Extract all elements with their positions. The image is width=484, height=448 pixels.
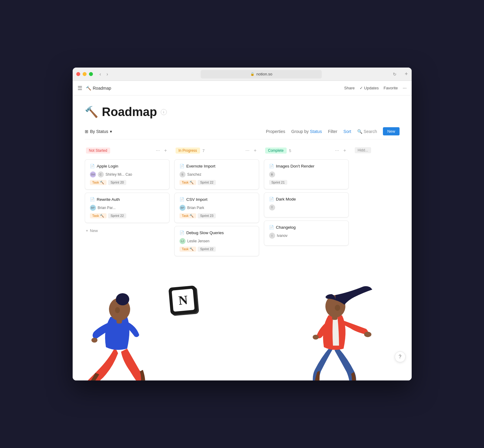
avatar: SM [90, 171, 96, 178]
view-toolbar-right: Properties Group by Status Filter Sort 🔍… [266, 127, 399, 135]
address-bar[interactable]: 🔒 notion.so ↻ [201, 70, 322, 78]
avatar: S [179, 171, 186, 178]
column-not-started: Not Started ··· + 📄 Apple Login [85, 145, 170, 259]
column-hidden: Hidd... [354, 145, 372, 259]
svg-point-4 [115, 307, 120, 313]
card-assignees: SM C Shirley Mi... Cao [90, 171, 164, 178]
doc-icon: 📄 [179, 231, 184, 235]
card-changelog[interactable]: 📄 Changelog I Ivanov [264, 221, 349, 246]
complete-count: 5 [289, 148, 291, 153]
sidebar-toggle-button[interactable]: ☰ [77, 85, 82, 91]
refresh-button[interactable]: ↻ [393, 72, 397, 77]
assignee-name: Shirley Mi... Cao [106, 172, 132, 177]
doc-icon: 📄 [179, 164, 184, 168]
complete-badge: Complete [265, 148, 287, 154]
tag: Task 🔨 [90, 213, 107, 218]
add-new-not-started-button[interactable]: + New [85, 226, 99, 235]
card-title: 📄 Apple Login [90, 164, 164, 168]
tag: Task 🔨 [90, 180, 107, 185]
tag: Task 🔨 [179, 180, 196, 185]
not-started-badge: Not Started [86, 148, 110, 154]
close-button[interactable] [76, 72, 80, 76]
column-header-in-progress: In Progress 7 ··· + [174, 145, 259, 156]
page-title-small-text: Roadmap [93, 86, 111, 91]
minimize-button[interactable] [83, 72, 87, 76]
tag: Sprint 22 [198, 247, 216, 252]
avatar: LJ [179, 238, 186, 244]
forward-button[interactable]: › [105, 71, 110, 78]
card-debug-slow-queries[interactable]: 📄 Debug Slow Queries LJ Leslie Jensen Ta… [174, 226, 259, 256]
card-dark-mode[interactable]: 📄 Dark Mode T [264, 192, 349, 217]
card-assignees: B [269, 171, 344, 178]
lock-icon: 🔒 [250, 72, 255, 76]
updates-label: Updates [364, 86, 379, 90]
view-type-button[interactable]: ⊞ By Status ▾ [85, 129, 112, 134]
assignee-name: Ivanov [277, 234, 288, 238]
more-options-button[interactable]: ··· [403, 85, 407, 91]
hidden-badge: Hidd... [355, 147, 371, 153]
view-label: By Status [90, 129, 108, 134]
card-title: 📄 CSV Import [179, 197, 254, 202]
card-tags: Task 🔨 Sprint 20 [90, 180, 164, 185]
sort-button[interactable]: Sort [344, 129, 351, 134]
toolbar-right: Share ✓ Updates Favorite ··· [344, 85, 407, 91]
avatar: BP [179, 205, 186, 211]
help-button[interactable]: ? [395, 351, 406, 362]
in-progress-actions: ··· + [244, 147, 258, 154]
tag: Sprint 23 [198, 213, 216, 218]
card-images-dont-render[interactable]: 📄 Images Don't Render B Sprint 21 [264, 159, 349, 189]
new-page-button[interactable]: New [383, 127, 399, 135]
card-title: 📄 Debug Slow Queries [179, 231, 254, 235]
back-button[interactable]: ‹ [98, 71, 103, 78]
card-csv-import[interactable]: 📄 CSV Import BP Brian Park Task 🔨 Sprint… [174, 193, 259, 223]
doc-icon: 📄 [269, 164, 274, 168]
page-title-text: Roadmap [102, 105, 157, 119]
in-progress-more-button[interactable]: ··· [244, 147, 251, 154]
card-assignees: BP Brian Park [179, 205, 254, 211]
properties-button[interactable]: Properties [266, 129, 285, 134]
column-header-hidden: Hidd... [354, 145, 372, 155]
card-tags: Task 🔨 Sprint 22 [90, 213, 164, 218]
not-started-more-button[interactable]: ··· [155, 147, 161, 154]
window-body: 🔨 Roadmap i ⊞ By Status ▾ Properties Gro… [73, 95, 412, 380]
column-header-not-started: Not Started ··· + [85, 145, 170, 156]
updates-button[interactable]: ✓ Updates [360, 86, 379, 90]
card-tags: Task 🔨 Sprint 22 [179, 247, 254, 252]
doc-icon: 📄 [90, 197, 95, 202]
card-rewrite-auth[interactable]: 📄 Rewrite Auth BP Brian Par... Task 🔨 Sp… [85, 193, 170, 223]
card-assignees: S Sanchez [179, 171, 254, 178]
avatar: BP [90, 205, 96, 211]
svg-point-13 [313, 335, 319, 340]
new-tab-button[interactable]: + [405, 71, 408, 77]
column-in-progress: In Progress 7 ··· + 📄 Evernote Import [174, 145, 259, 259]
svg-point-9 [364, 332, 371, 337]
info-icon[interactable]: i [161, 109, 167, 115]
card-apple-login[interactable]: 📄 Apple Login SM C Shirley Mi... Cao Tas… [85, 159, 170, 190]
kanban-board: Not Started ··· + 📄 Apple Login [85, 145, 400, 265]
svg-point-6 [91, 338, 97, 343]
view-toolbar: ⊞ By Status ▾ Properties Group by Status… [85, 127, 400, 139]
card-title: 📄 Evernote Import [179, 164, 254, 168]
card-evernote-import[interactable]: 📄 Evernote Import S Sanchez Task 🔨 Sprin… [174, 159, 259, 190]
tag: Sprint 22 [108, 213, 126, 218]
complete-more-button[interactable]: ··· [334, 147, 340, 154]
not-started-add-button[interactable]: + [163, 147, 168, 154]
traffic-lights [76, 72, 93, 76]
group-by-button[interactable]: Group by Status [291, 129, 322, 134]
doc-icon: 📄 [179, 197, 184, 202]
tag: Sprint 21 [269, 180, 287, 185]
complete-add-button[interactable]: + [342, 147, 347, 154]
filter-button[interactable]: Filter [328, 129, 337, 134]
share-button[interactable]: Share [344, 86, 355, 90]
in-progress-add-button[interactable]: + [252, 147, 258, 154]
search-button[interactable]: 🔍 Search [357, 129, 377, 134]
card-tags: Task 🔨 Sprint 23 [179, 213, 254, 218]
column-complete: Complete 5 ··· + 📄 Images Don't Render [264, 145, 349, 259]
avatar: I [269, 233, 275, 239]
main-content: 🔨 Roadmap i ⊞ By Status ▾ Properties Gro… [73, 95, 412, 265]
maximize-button[interactable] [89, 72, 93, 76]
favorite-button[interactable]: Favorite [384, 86, 398, 90]
svg-point-11 [335, 305, 340, 311]
complete-actions: ··· + [334, 147, 347, 154]
breadcrumb: 🔨 Roadmap [86, 86, 111, 91]
